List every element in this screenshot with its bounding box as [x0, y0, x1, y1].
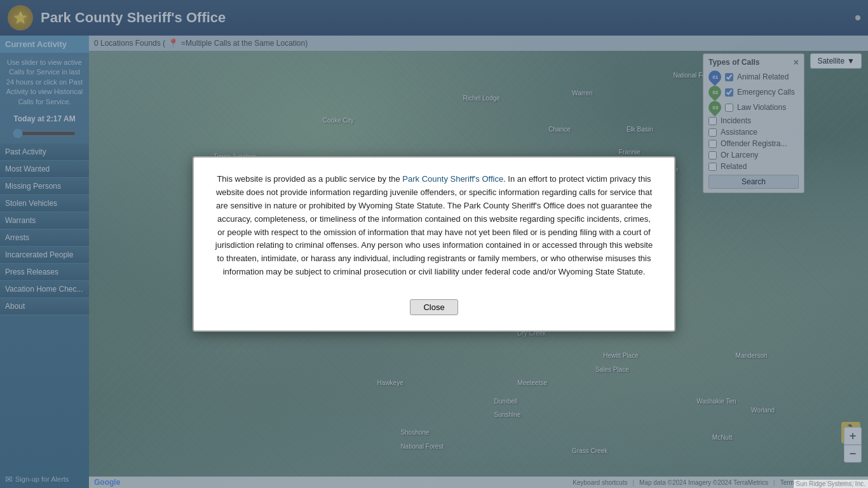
modal-dialog: This website is provided as a public ser…	[193, 156, 675, 331]
modal-overlay: This website is provided as a public ser…	[0, 0, 868, 488]
modal-body: This website is provided as a public ser…	[213, 173, 655, 278]
modal-link[interactable]: Park County Sheriff's Office	[402, 174, 503, 184]
close-modal-button[interactable]: Close	[410, 299, 458, 315]
modal-footer: Close	[213, 289, 655, 315]
sun-ridge-attribution: Sun Ridge Systems, Inc.	[794, 480, 869, 488]
